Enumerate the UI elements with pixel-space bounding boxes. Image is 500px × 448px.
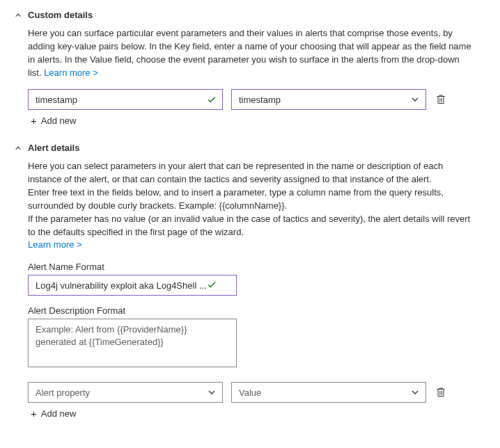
alert-details-description: Here you can select parameters in your a… — [28, 160, 474, 252]
alert-details-header[interactable]: Alert details — [14, 143, 486, 153]
custom-details-header[interactable]: Custom details — [14, 10, 486, 20]
learn-more-link[interactable]: Learn more > — [28, 239, 82, 250]
plus-icon: + — [31, 408, 37, 419]
value-dropdown[interactable]: timestamp — [231, 89, 426, 110]
alert-property-dropdown[interactable]: Alert property — [28, 382, 223, 403]
alert-value-dropdown[interactable]: Value — [231, 382, 426, 403]
checkmark-icon — [205, 93, 218, 106]
chevron-down-icon — [409, 386, 421, 399]
delete-button[interactable] — [435, 93, 447, 106]
chevron-up-icon — [14, 11, 22, 19]
delete-button[interactable] — [435, 386, 447, 399]
checkmark-icon — [207, 280, 217, 291]
chevron-down-icon — [205, 386, 218, 399]
alert-name-input[interactable]: Log4j vulnerability exploit aka Log4Shel… — [28, 275, 237, 296]
custom-details-title: Custom details — [28, 10, 93, 20]
key-input[interactable]: timestamp — [28, 89, 223, 110]
learn-more-link[interactable]: Learn more > — [44, 67, 98, 78]
alert-property-row: Alert property Value — [28, 382, 486, 403]
custom-details-description: Here you can surface particular event pa… — [28, 27, 474, 79]
alert-name-label: Alert Name Format — [28, 262, 486, 272]
add-new-button[interactable]: + Add new — [28, 115, 486, 126]
custom-details-row: timestamp timestamp — [28, 89, 486, 110]
custom-details-body: Here you can surface particular event pa… — [14, 27, 486, 126]
alert-desc-label: Alert Description Format — [28, 305, 486, 316]
chevron-up-icon — [14, 144, 22, 152]
add-new-button[interactable]: + Add new — [28, 408, 486, 419]
alert-details-title: Alert details — [28, 143, 79, 153]
chevron-down-icon — [409, 93, 421, 106]
alert-desc-textarea[interactable] — [28, 319, 237, 367]
plus-icon: + — [31, 115, 37, 126]
alert-details-body: Here you can select parameters in your a… — [14, 160, 486, 419]
